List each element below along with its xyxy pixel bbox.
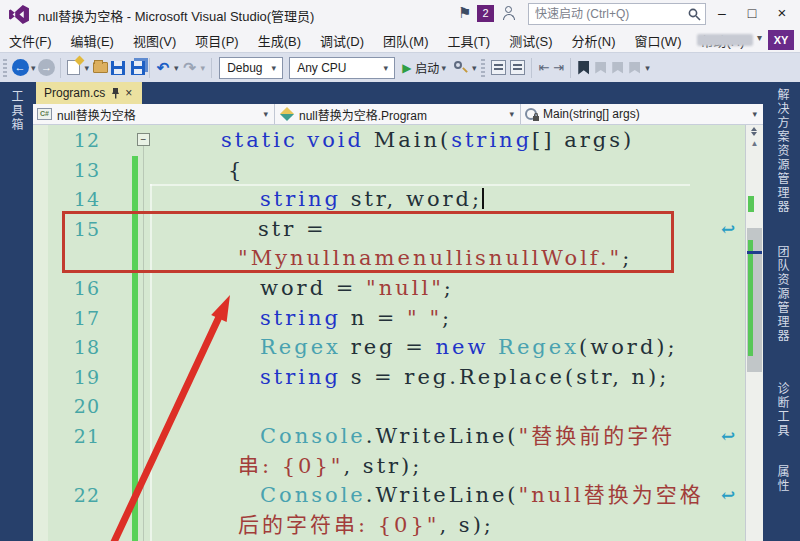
toggle-bookmark-icon[interactable] [578, 61, 589, 75]
toolbar-overflow-icon[interactable]: ▾ [645, 63, 650, 73]
toolbar-grip[interactable] [481, 59, 485, 77]
debug-target-dropdown[interactable]: Debug ▾ [219, 57, 283, 79]
redo-dropdown-icon[interactable]: ▾ [201, 63, 206, 73]
close-button[interactable]: × [768, 0, 796, 28]
right-tool-rail: 解决方案资源管理器 团队资源管理器 诊断工具 属性 [763, 82, 800, 541]
tab-program-cs[interactable]: Program.cs × [36, 82, 142, 104]
menu-bar: 文件(F)编辑(E)视图(V)项目(P)生成(B)调试(D)团队(M)工具(T)… [0, 28, 800, 52]
platform-label: Any CPU [297, 61, 346, 75]
project-dropdown[interactable]: C# null替换为空格 ▾ [33, 104, 275, 124]
sidebar-item-solution-explorer[interactable]: 解决方案资源管理器 [774, 88, 791, 214]
previous-bookmark-icon[interactable] [595, 62, 606, 74]
code-segment: static void [221, 128, 374, 152]
clear-bookmarks-icon[interactable] [629, 62, 640, 74]
toolbar-grip[interactable] [3, 59, 7, 77]
code-text: Console.WriteLine("替换前的字符 [260, 422, 675, 452]
code-line[interactable]: 18Regex reg = new Regex(word); [33, 333, 745, 363]
member-dropdown[interactable]: Main(string[] args) ▾ [521, 104, 763, 124]
code-line[interactable]: 17string n = " "; [33, 304, 745, 334]
left-tool-rail: 工具箱 [0, 82, 33, 541]
vertical-scrollbar[interactable]: ▲ [745, 125, 763, 541]
code-line[interactable]: 串: {0}", str); [33, 452, 745, 482]
type-dropdown[interactable]: null替换为空格.Program ▾ [275, 104, 521, 124]
tab-close-icon[interactable]: × [125, 87, 132, 99]
sidebar-item-team-explorer[interactable]: 团队资源管理器 [774, 245, 791, 343]
menu-item[interactable]: 工具(T) [448, 31, 491, 50]
increase-indent-icon[interactable]: ⇥ [553, 60, 564, 75]
menu-item[interactable]: 项目(P) [195, 31, 238, 50]
code-line[interactable]: 后的字符串: {0}", s); [33, 511, 745, 541]
start-debug-button[interactable]: ▶ 启动 ▾ [402, 59, 448, 76]
separator [60, 58, 61, 78]
next-bookmark-icon[interactable] [612, 62, 623, 74]
undo-button[interactable]: ↶ [154, 56, 172, 80]
save-all-icon [131, 61, 145, 75]
type-name: null替换为空格.Program [299, 106, 427, 123]
menu-item[interactable]: 窗口(W) [635, 31, 682, 50]
line-number: 12 [33, 126, 100, 156]
navigate-back-button[interactable]: ← [11, 56, 29, 80]
quick-launch-input[interactable] [535, 5, 683, 23]
scroll-up-icon[interactable]: ▲ [746, 139, 763, 148]
notifications-flag-icon[interactable]: ⚑ [458, 4, 471, 22]
new-file-icon [67, 60, 80, 75]
user-menu-caret-icon[interactable]: ▾ [757, 32, 762, 43]
chevron-down-icon: ▾ [272, 63, 277, 73]
code-segment: new [435, 335, 488, 359]
code-segment: (word); [579, 335, 678, 359]
menu-item[interactable]: 编辑(E) [71, 31, 114, 50]
code-text: 后的字符串: {0}", s); [238, 511, 494, 541]
notification-badge[interactable]: 2 [477, 5, 494, 22]
pin-icon[interactable] [111, 87, 120, 99]
save-all-button[interactable] [127, 56, 145, 80]
navigate-forward-button[interactable]: → [38, 56, 56, 80]
undo-dropdown-icon[interactable]: ▾ [174, 63, 179, 73]
code-line[interactable]: 13{ [33, 156, 745, 186]
menu-item[interactable]: 视图(V) [133, 31, 176, 50]
code-line[interactable]: 22Console.WriteLine("null替换为空格↩ [33, 481, 745, 511]
quick-launch-box [528, 3, 706, 25]
feedback-icon[interactable] [503, 6, 519, 21]
code-text: word = "null"; [260, 274, 454, 304]
decrease-indent-icon[interactable]: ⇤ [538, 60, 549, 75]
sidebar-item-toolbox[interactable]: 工具箱 [8, 90, 25, 132]
menu-item[interactable]: 生成(B) [258, 31, 301, 50]
code-text: string n = " "; [260, 304, 452, 334]
find-dropdown-icon[interactable]: ▾ [472, 63, 477, 73]
code-line[interactable]: 21Console.WriteLine("替换前的字符↩ [33, 422, 745, 452]
play-icon: ▶ [402, 61, 411, 75]
class-icon [280, 107, 294, 121]
code-editor[interactable]: − 12static void Main(string[] args)13{14… [33, 125, 745, 541]
save-button[interactable] [109, 56, 127, 80]
minimize-button[interactable]: – [708, 0, 736, 28]
menu-items-container: 文件(F)编辑(E)视图(V)项目(P)生成(B)调试(D)团队(M)工具(T)… [0, 31, 745, 50]
uncomment-icon[interactable] [510, 60, 525, 75]
menu-item[interactable]: 分析(N) [571, 31, 615, 50]
splitter-handle[interactable] [750, 127, 759, 136]
code-segment: [] args) [532, 128, 634, 152]
new-file-dropdown-icon[interactable]: ▾ [85, 63, 90, 73]
code-segment: 串: {0}" [238, 454, 344, 478]
menu-item[interactable]: 团队(M) [383, 31, 429, 50]
comment-icon[interactable] [491, 60, 506, 75]
open-file-button[interactable] [91, 56, 109, 80]
code-line[interactable]: 16word = "null"; [33, 274, 745, 304]
redo-button[interactable]: ↷ [181, 56, 199, 80]
avatar[interactable]: XY [768, 30, 794, 50]
sidebar-item-properties[interactable]: 属性 [774, 465, 791, 493]
code-segment: string [260, 306, 341, 330]
menu-item[interactable]: 测试(S) [509, 31, 552, 50]
code-segment: Regex [260, 335, 341, 359]
menu-item[interactable]: 文件(F) [9, 31, 52, 50]
code-line[interactable]: 12static void Main(string[] args) [33, 126, 745, 156]
back-dropdown-icon[interactable]: ▾ [31, 63, 36, 73]
code-line[interactable]: 19string s = reg.Replace(str, n); [33, 363, 745, 393]
line-number: 20 [33, 392, 100, 422]
sidebar-item-diagnostic-tools[interactable]: 诊断工具 [774, 382, 791, 438]
menu-item[interactable]: 调试(D) [320, 31, 364, 50]
new-file-button[interactable] [65, 56, 83, 80]
find-in-files-button[interactable] [452, 56, 470, 80]
code-line[interactable]: 20 [33, 392, 745, 422]
platform-dropdown[interactable]: Any CPU ▾ [289, 57, 395, 79]
maximize-button[interactable]: □ [738, 0, 766, 28]
